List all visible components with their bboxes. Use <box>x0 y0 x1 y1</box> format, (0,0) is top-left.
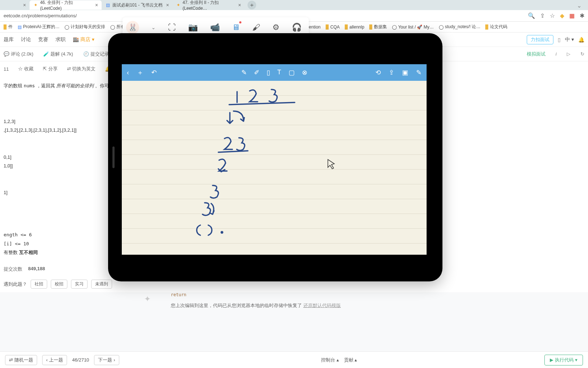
url-text[interactable]: eetcode.cn/problems/permutations/ <box>4 13 77 18</box>
encounter-tag[interactable]: 社招 <box>31 280 47 289</box>
handwriting-icon <box>122 81 427 255</box>
chevron-down-icon[interactable]: ⌄ <box>577 2 582 9</box>
back-icon[interactable]: ‹ <box>127 69 129 76</box>
browser-tab[interactable]: × <box>18 0 30 10</box>
nav-item[interactable]: 竞赛 <box>38 36 48 43</box>
add-icon[interactable]: ＋ <box>137 68 143 77</box>
ext-icon[interactable]: ▦ <box>569 12 575 19</box>
restore-template-link[interactable]: 还原默认代码模版 <box>303 303 341 308</box>
camera-icon[interactable]: 📷 <box>188 23 198 32</box>
nav-item[interactable]: 求职 <box>55 36 66 43</box>
encounter-tag[interactable]: 实习 <box>71 280 88 289</box>
submit-count-value: 849,188 <box>28 266 45 272</box>
contrib-toggle[interactable]: 贡献 ▴ <box>344 357 357 363</box>
mock-interview[interactable]: 模拟面试 <box>527 51 545 57</box>
close-icon[interactable]: × <box>238 2 241 8</box>
svg-line-0 <box>229 102 295 105</box>
encounter-tag[interactable]: 未遇到 <box>91 280 112 289</box>
tab-title: 47. 全排列 II - 力扣 (LeetCode… <box>183 0 235 11</box>
browser-tab-active[interactable]: ✦ 46. 全排列 - 力扣 (LeetCode) × <box>30 0 102 10</box>
bunny-avatar-icon[interactable]: 🐰 <box>126 21 139 34</box>
copy-note-icon[interactable]: ▣ <box>402 69 408 76</box>
headset-icon[interactable]: 🎧 <box>292 23 302 32</box>
refresh-icon[interactable]: ↻ <box>580 51 584 57</box>
bookmark-item[interactable]: ▉CQA <box>326 25 340 30</box>
shape-tool-icon[interactable]: ▢ <box>289 69 295 76</box>
solutions-tab[interactable]: 🧪 题解 (4.7k) <box>43 51 73 57</box>
close-icon[interactable]: × <box>95 2 98 8</box>
lang-toggle[interactable]: 中 ▾ <box>565 36 574 43</box>
code-return-line: return <box>166 292 588 297</box>
favorite-button[interactable]: ☆ 收藏 <box>18 66 34 72</box>
info-icon[interactable]: i <box>556 51 557 57</box>
interview-button[interactable]: 力扣面试 <box>527 35 553 44</box>
bookmark-item[interactable]: ▤ProteinAI-王辉的… <box>18 24 59 30</box>
nav-store[interactable]: 🏬 商店 ▾ <box>73 36 94 43</box>
leetcode-logo-icon: ✦ <box>144 294 151 304</box>
star-icon[interactable]: ☆ <box>550 12 555 19</box>
bookmark-item[interactable]: ◯study_notes/! 论… <box>439 24 481 30</box>
zoom-icon[interactable]: 🔍 <box>528 12 535 19</box>
encounter-tag[interactable]: 校招 <box>51 280 67 289</box>
pen-tool-icon[interactable]: ✎ <box>241 69 247 76</box>
close-icon[interactable]: × <box>23 2 26 8</box>
device-icon[interactable]: ▯ <box>558 37 561 43</box>
bookmark-item[interactable]: ▉件 <box>4 24 13 30</box>
random-button[interactable]: ⇄ 随机一题 <box>5 355 37 365</box>
like-count[interactable]: 11 <box>4 66 9 72</box>
monitor-icon[interactable]: 🖥 <box>232 23 240 32</box>
undo-icon[interactable]: ↶ <box>151 69 157 76</box>
run-code-button[interactable]: ▶ 执行代码 ▾ <box>544 355 583 365</box>
favicon-icon: ✦ <box>33 3 38 8</box>
browser-tab[interactable]: ✦ 47. 全排列 II - 力扣 (LeetCode… × <box>173 0 245 10</box>
prev-button[interactable]: ‹ 上一题 <box>42 355 67 365</box>
tablet-screen: ‹ ＋ ↶ ✎ ✐ ▯ T ▢ ⊗ ⟲ ⇪ ▣ ✎ <box>122 64 427 255</box>
edit-note-icon[interactable]: ✎ <box>416 69 422 76</box>
favicon-icon: ✦ <box>176 3 181 8</box>
bell-icon[interactable]: 🔔 <box>578 37 584 43</box>
chevron-down-icon[interactable]: ⌄ <box>151 25 156 30</box>
cursor-icon <box>325 158 336 173</box>
browser-tab[interactable]: ▤ 面试必刷101 - 飞书云文档 × <box>102 0 173 10</box>
gear-icon[interactable]: ⚙ <box>272 23 280 32</box>
bookmark-item[interactable]: ▉allennlp <box>345 25 364 30</box>
toggle-lang-button[interactable]: ⇄ 切换为英文 <box>67 66 96 72</box>
pager-position: 46/2710 <box>72 357 89 363</box>
favicon-icon: ▤ <box>105 3 110 8</box>
lasso-icon[interactable]: ⟲ <box>375 69 381 76</box>
share-button[interactable]: ⇱ 分享 <box>43 66 58 72</box>
next-button[interactable]: 下一题 › <box>94 355 119 365</box>
new-tab-button[interactable]: ＋ <box>248 1 256 9</box>
tablet-device: ‹ ＋ ↶ ✎ ✐ ▯ T ▢ ⊗ ⟲ ⇪ ▣ ✎ <box>108 33 442 281</box>
bookmark-item[interactable]: ▉论文代码 <box>485 24 507 30</box>
tab-title: 面试必刷101 - 飞书云文档 <box>112 2 162 8</box>
video-icon[interactable]: 📹 <box>210 23 220 32</box>
fullscreen-icon[interactable]: ⛶ <box>168 23 176 32</box>
text-tool-icon[interactable]: T <box>277 69 281 76</box>
history-tab[interactable]: 🕘 提交记录 <box>83 51 109 57</box>
nav-item[interactable]: 讨论 <box>21 36 31 43</box>
play-icon[interactable]: ▷ <box>567 51 570 57</box>
share-note-icon[interactable]: ⇪ <box>389 69 394 76</box>
svg-point-2 <box>221 232 223 233</box>
bookmark-item[interactable]: ◯计划好每天的安排 <box>64 24 105 30</box>
note-canvas[interactable] <box>122 81 427 255</box>
pen-alt-icon[interactable]: ✐ <box>254 69 259 76</box>
brush-icon[interactable]: 🖌 <box>252 23 260 32</box>
browser-tab-strip: × ✦ 46. 全排列 - 力扣 (LeetCode) × ▤ 面试必刷101 … <box>0 0 588 10</box>
console-toggle[interactable]: 控制台 ▴ <box>321 357 339 363</box>
bookmark-item[interactable]: ◯Your list / 🚀 My… <box>392 25 434 30</box>
comments-tab[interactable]: 💬 评论 (2.0k) <box>4 51 33 57</box>
bookmark-item[interactable]: ▉数据集 <box>369 24 387 30</box>
eraser-tool-icon[interactable]: ⊗ <box>302 69 307 76</box>
tablet-home-button[interactable] <box>112 146 115 168</box>
device-tool-icon[interactable]: ▯ <box>267 69 270 76</box>
problem-pager: ⇄ 随机一题 ‹ 上一题 46/2710 下一题 › 控制台 ▴ 贡献 ▴ ▶ … <box>0 351 588 368</box>
puzzle-icon[interactable]: ✱ <box>580 12 584 19</box>
note-app-toolbar: ‹ ＋ ↶ ✎ ✐ ▯ T ▢ ⊗ ⟲ ⇪ ▣ ✎ <box>122 64 427 81</box>
ext-icon[interactable]: ◆ <box>560 12 564 19</box>
share-icon[interactable]: ⇪ <box>540 12 545 19</box>
close-icon[interactable]: × <box>166 2 169 8</box>
editor-restore-tip: 您上次编辑到这里，代码已从您浏览器本地的临时存储中恢复了 还原默认代码模版 <box>166 297 588 314</box>
nav-item[interactable]: 题库 <box>4 36 14 43</box>
